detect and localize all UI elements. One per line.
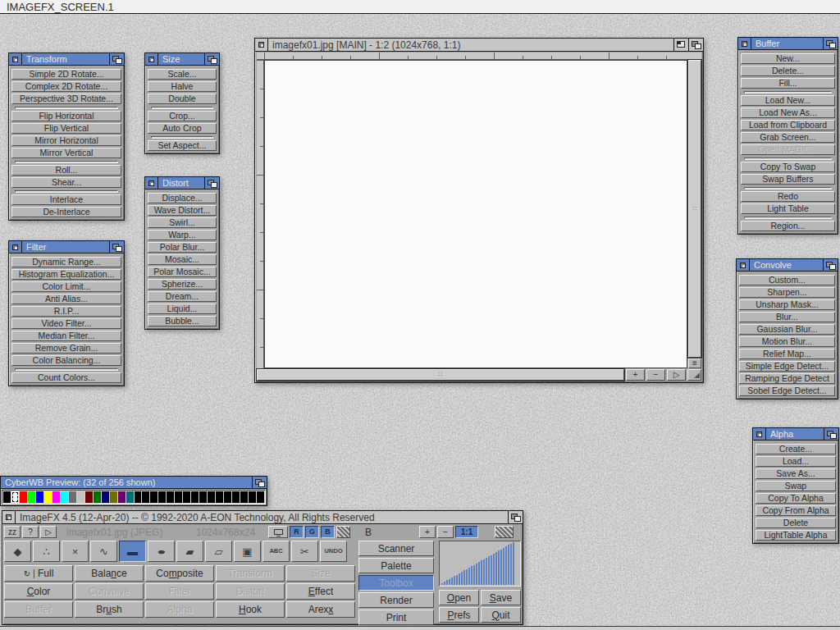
command-button[interactable]: Convolve xyxy=(75,583,144,600)
panel-button[interactable]: Liquid... xyxy=(148,304,217,314)
panel-button[interactable]: Grab Screen... xyxy=(741,132,835,143)
panel-button[interactable]: Gaussian Blur... xyxy=(739,324,835,335)
color-swatch[interactable] xyxy=(135,491,142,503)
side-button[interactable]: Render xyxy=(358,592,434,608)
red-channel-toggle[interactable]: R xyxy=(290,526,304,538)
color-swatch[interactable] xyxy=(126,491,134,503)
alpha-titlebar[interactable]: Alpha xyxy=(753,428,838,441)
panel-button[interactable]: Mirror Horizontal xyxy=(11,135,121,146)
green-channel-toggle[interactable]: G xyxy=(305,526,319,538)
zoom-ratio-button[interactable]: 1:1 xyxy=(455,526,478,538)
palette-titlebar[interactable]: CyberWB Preview: (32 of 256 shown) xyxy=(1,477,267,489)
panel-button[interactable]: LightTable Alpha xyxy=(756,530,836,541)
ruler-toggle-button[interactable]: ≡ xyxy=(688,358,701,368)
color-swatch[interactable] xyxy=(28,491,35,503)
command-button[interactable]: Distort xyxy=(216,583,285,600)
close-gadget-icon[interactable] xyxy=(738,38,751,49)
panel-button[interactable]: Count Colors... xyxy=(11,372,121,383)
box-tool-button[interactable]: ▬ xyxy=(119,541,146,562)
color-swatch[interactable] xyxy=(20,491,27,503)
color-swatch[interactable] xyxy=(102,491,109,503)
panel-button[interactable]: Sharpen... xyxy=(739,287,835,298)
panel-button[interactable]: Dynamic Range... xyxy=(11,257,121,267)
sleep-button[interactable]: zz xyxy=(4,526,21,538)
convolve-titlebar[interactable]: Convolve xyxy=(737,259,838,272)
play-macro-button[interactable]: ▷ xyxy=(40,526,57,538)
color-swatch[interactable] xyxy=(232,491,240,503)
panel-button[interactable]: Region... xyxy=(741,221,835,231)
file-button[interactable]: Open xyxy=(439,590,479,605)
panel-button[interactable]: Halve xyxy=(148,81,217,92)
text-tool-button[interactable]: ABC xyxy=(262,541,290,562)
depth-gadget-icon[interactable] xyxy=(109,241,124,253)
panel-button[interactable]: Copy To Swap xyxy=(741,162,835,172)
file-button[interactable]: Quit xyxy=(481,607,521,623)
transform-titlebar[interactable]: Transform xyxy=(9,53,124,66)
close-gadget-icon[interactable] xyxy=(753,428,766,440)
panel-button[interactable]: Interlace xyxy=(11,194,121,205)
file-button[interactable]: Save xyxy=(481,590,521,605)
curve-tool-button[interactable]: ∿ xyxy=(90,541,117,562)
panel-button[interactable]: Simple 2D Rotate... xyxy=(11,69,121,80)
color-swatch[interactable] xyxy=(224,491,231,503)
panel-button[interactable]: Save As... xyxy=(756,468,836,479)
panel-button[interactable]: Flip Vertical xyxy=(11,123,121,134)
help-button[interactable]: ? xyxy=(22,526,39,538)
color-swatch[interactable] xyxy=(61,491,68,503)
panel-button[interactable]: New... xyxy=(741,53,835,64)
panel-button[interactable]: Swap Buffers xyxy=(741,174,835,185)
color-swatch[interactable] xyxy=(77,491,84,503)
panel-button[interactable]: Color Limit... xyxy=(11,281,121,292)
command-button[interactable]: Balance xyxy=(75,565,144,582)
panel-button[interactable]: Fill... xyxy=(741,78,835,89)
color-swatch[interactable] xyxy=(44,491,52,503)
side-button[interactable]: Toolbox xyxy=(358,575,434,591)
panel-button[interactable]: Mosaic... xyxy=(148,254,217,265)
color-swatch[interactable] xyxy=(142,491,149,503)
color-swatch[interactable] xyxy=(167,491,174,503)
panel-button[interactable]: Crop... xyxy=(148,111,217,121)
panel-button[interactable]: De-Interlace xyxy=(11,207,121,217)
dither-pattern-button[interactable] xyxy=(495,526,514,538)
screen-titlebar[interactable]: IMAGEFX_SCREEN.1 xyxy=(0,0,840,14)
side-button[interactable]: Print xyxy=(358,609,434,625)
color-swatch[interactable] xyxy=(69,491,76,503)
vertical-scrollbar[interactable]: ∷ ≡ xyxy=(688,60,701,368)
panel-button[interactable]: Ramping Edge Detect xyxy=(739,373,835,384)
color-swatch[interactable] xyxy=(199,491,207,503)
panel-button[interactable]: Auto Crop xyxy=(148,123,217,134)
panel-button[interactable]: Load... xyxy=(756,456,836,467)
horizontal-scrollbar-thumb[interactable]: ∷ xyxy=(257,369,624,381)
alpha-channel-toggle[interactable] xyxy=(336,526,350,538)
panel-button[interactable]: Flip Horizontal xyxy=(11,111,121,121)
color-swatch[interactable] xyxy=(240,491,248,503)
command-button[interactable]: Color xyxy=(4,583,73,600)
depth-gadget-icon[interactable] xyxy=(823,38,838,49)
close-gadget-icon[interactable] xyxy=(737,259,750,271)
panel-button[interactable]: Dream... xyxy=(148,291,217,302)
panel-button[interactable]: Open MAGIC... xyxy=(741,144,835,155)
panel-button[interactable]: Load from Clipboard xyxy=(741,120,835,130)
command-button[interactable]: Transform xyxy=(216,565,285,582)
command-button[interactable]: Arexx xyxy=(286,601,355,618)
image-window-titlebar[interactable]: imagefx01.jpg [MAIN] - 1:2 (1024x768, 1:… xyxy=(255,39,703,52)
color-swatch[interactable] xyxy=(158,491,166,503)
color-swatch[interactable] xyxy=(208,491,215,503)
panel-button[interactable]: Relief Map... xyxy=(739,349,835,359)
depth-gadget-icon[interactable] xyxy=(204,177,219,189)
panel-button[interactable]: Bubble... xyxy=(148,316,217,326)
color-swatch[interactable] xyxy=(36,491,43,503)
panel-button[interactable]: R.I.P... xyxy=(11,306,121,317)
command-button[interactable]: ↻Full xyxy=(4,565,73,582)
panel-button[interactable]: Delete xyxy=(756,518,836,528)
panel-button[interactable]: Swirl... xyxy=(148,217,217,228)
panel-button[interactable]: Sobel Edge Detect... xyxy=(739,386,835,396)
color-swatch[interactable] xyxy=(11,491,19,503)
color-swatch[interactable] xyxy=(3,491,11,503)
panel-button[interactable]: Unsharp Mask... xyxy=(739,299,835,310)
panel-button[interactable]: Mirror Vertical xyxy=(11,148,121,158)
size-titlebar[interactable]: Size xyxy=(145,53,219,66)
scissors-tool-button[interactable]: ✂ xyxy=(291,541,318,562)
screen-mode-button[interactable] xyxy=(268,526,288,538)
panel-button[interactable]: Roll... xyxy=(11,165,121,176)
